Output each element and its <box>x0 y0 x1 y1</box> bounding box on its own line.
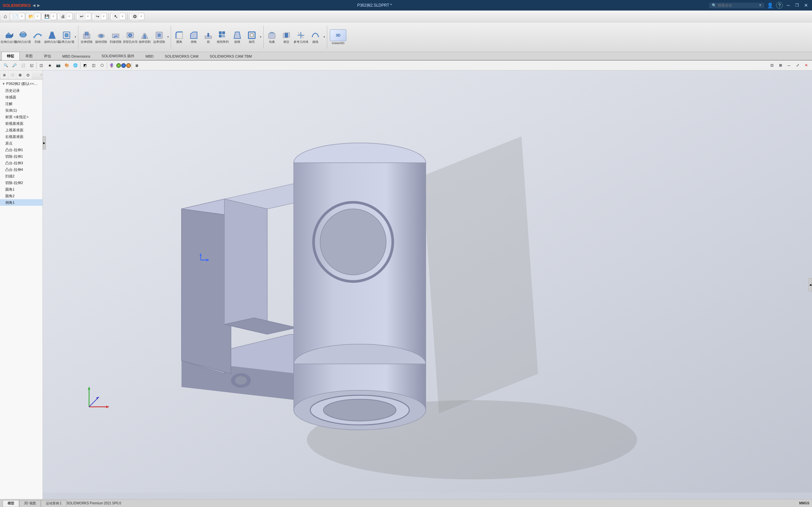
loft-cut-btn[interactable]: 放样切割 <box>138 24 152 50</box>
nav-arrow-right[interactable]: ▶ <box>37 3 40 8</box>
boss-more-btn[interactable]: ▼ <box>74 24 77 50</box>
minimize-viewport-btn[interactable]: ─ <box>785 62 793 69</box>
revolve-cut-btn[interactable]: 旋转切除 <box>94 24 108 50</box>
sweep-boss-btn[interactable]: 扫描 <box>30 24 45 50</box>
undo-btn[interactable]: ↩ <box>78 13 86 20</box>
color-orange[interactable] <box>126 63 131 68</box>
user-icon[interactable]: 👤 <box>767 2 773 9</box>
linear-pattern-btn[interactable]: 线性阵列 <box>215 24 230 50</box>
ft-item-solid-bodies[interactable]: 实体(1) <box>0 107 43 114</box>
close-window-btn[interactable]: ✕ <box>802 62 810 69</box>
property-manager-btn[interactable]: ⬜ <box>9 71 16 79</box>
rib-btn[interactable]: 筋 <box>201 24 215 50</box>
redo-dropdown[interactable]: ▼ <box>102 14 105 18</box>
intersect-btn[interactable]: 相交 <box>279 24 294 50</box>
ft-item-boss-extrude3[interactable]: 凸台-拉伸3 <box>0 160 43 166</box>
chamfer-btn[interactable]: 倒角 <box>187 24 201 50</box>
scene-btn[interactable]: 🌐 <box>71 62 80 69</box>
restore-viewport-btn[interactable]: ⊡ <box>768 62 776 69</box>
status-tab-model[interactable]: 模型 <box>3 500 19 507</box>
section-view-btn[interactable]: ◈ <box>46 62 54 69</box>
loft-boss-btn[interactable]: 放样凸台/基体 <box>45 24 59 50</box>
undo-dropdown[interactable]: ▼ <box>86 14 90 18</box>
ft-item-fillet2[interactable]: 圆角2 <box>0 192 43 199</box>
restore-btn[interactable]: ❐ <box>794 3 800 8</box>
display-style-btn[interactable]: ◫ <box>37 62 45 69</box>
tab-solidworks-cam-tbm[interactable]: SOLIDWORKS CAM TBM <box>204 52 257 60</box>
tab-features[interactable]: 特征 <box>1 52 20 60</box>
ft-item-boss-extrude1[interactable]: 凸台-拉伸1 <box>0 147 43 153</box>
fillet-btn[interactable]: 圆角 <box>172 24 187 50</box>
config-manager-btn[interactable]: ⊕ <box>16 71 24 79</box>
view-orientation-btn[interactable]: ⬜ <box>19 62 27 69</box>
extrude-cut-btn[interactable]: 拉伸切除 <box>80 24 94 50</box>
search-dropdown-icon[interactable]: ▼ <box>759 4 762 7</box>
tab-solidworks-cam[interactable]: SOLIDWORKS CAM <box>159 52 204 60</box>
tab-solidworks-addins[interactable]: SOLIDWORKS 插件 <box>96 52 140 60</box>
zoom-in-btn[interactable]: 🔎 <box>10 62 18 69</box>
feature-manager-btn[interactable]: ≡ <box>1 71 8 79</box>
search-box[interactable]: 🔍 ▼ <box>709 3 764 8</box>
ft-item-chamfer1[interactable]: 倒角1 <box>0 199 43 206</box>
ft-item-front-plane[interactable]: 前视基准面 <box>0 120 43 127</box>
wireframe-btn[interactable]: ⬡ <box>98 62 106 69</box>
cut-more-btn[interactable]: ▼ <box>166 24 170 50</box>
ft-item-sensors[interactable]: 传感器 <box>0 94 43 100</box>
realview-btn[interactable]: 🖥 <box>133 62 140 69</box>
appearance-btn[interactable]: 🎨 <box>63 62 71 69</box>
options-dropdown[interactable]: ▼ <box>139 14 143 18</box>
camera-btn[interactable]: 📷 <box>54 62 62 69</box>
select-btn[interactable]: ↖ <box>112 13 120 20</box>
new-dropdown[interactable]: ▼ <box>20 14 23 18</box>
left-panel-collapse-btn[interactable]: ▶ <box>43 136 46 150</box>
print-dropdown[interactable]: ▼ <box>67 14 71 18</box>
hidden-lines-btn[interactable]: ◫ <box>90 62 98 69</box>
nav-arrow-left[interactable]: ◀ <box>33 3 35 8</box>
ft-item-top-plane[interactable]: 上视基准面 <box>0 127 43 133</box>
curves-btn[interactable]: 曲线 <box>308 24 323 50</box>
sweep-cut-btn[interactable]: 扫描切除 <box>108 24 123 50</box>
viewport[interactable]: ◀ <box>43 70 812 499</box>
tab-mbd[interactable]: MBD <box>140 52 159 60</box>
ft-item-sweep2[interactable]: 扫描2 <box>0 173 43 179</box>
features-more-btn[interactable]: ▼ <box>259 24 262 50</box>
open-file-btn[interactable]: 📂 <box>28 13 35 20</box>
print-btn[interactable]: 🖨 <box>59 13 67 20</box>
edit-appearance-btn[interactable]: 🔮 <box>108 62 116 69</box>
ft-item-history[interactable]: 历史记录 <box>0 87 43 94</box>
status-tab-3dview[interactable]: 3D 视图 <box>19 500 41 507</box>
home-btn[interactable]: ⌂ <box>1 13 9 20</box>
previous-view-btn[interactable]: ◱ <box>28 62 36 69</box>
maximize-viewport-btn[interactable]: ⊞ <box>776 62 784 69</box>
boundary-cut-btn[interactable]: 边界切除 <box>152 24 166 50</box>
ft-item-origin[interactable]: 原点 <box>0 140 43 147</box>
tab-sketch[interactable]: 草图 <box>20 52 38 60</box>
shaded-edges-btn[interactable]: ◩ <box>81 62 89 69</box>
shell-btn[interactable]: 抽壳 <box>245 24 259 50</box>
ft-item-cut-extrude2[interactable]: 切除-拉伸2 <box>0 179 43 186</box>
favorites-btn[interactable]: ⊙ <box>24 71 32 79</box>
ft-item-annotations[interactable]: 注解 <box>0 100 43 107</box>
ft-item-cut-extrude1[interactable]: 切除-拉伸1 <box>0 153 43 160</box>
options-btn[interactable]: ⚙ <box>131 13 139 20</box>
tab-mbd-dimensions[interactable]: MBD Dimensions <box>57 52 96 60</box>
select-dropdown[interactable]: ▼ <box>120 14 124 18</box>
hole-wizard-btn[interactable]: 异型孔向导 <box>123 24 138 50</box>
ft-item-right-plane[interactable]: 右视基准面 <box>0 133 43 140</box>
extrude-boss-btn[interactable]: 拉伸凸台/基体 <box>1 24 16 50</box>
ref-geometry-btn[interactable]: 参考几何体 <box>294 24 308 50</box>
ft-item-fillet1[interactable]: 圆角1 <box>0 186 43 192</box>
open-dropdown[interactable]: ▼ <box>36 14 39 18</box>
search-input[interactable] <box>718 3 757 7</box>
color-blue[interactable] <box>121 63 126 68</box>
ft-item-boss-extrude4[interactable]: 凸台-拉伸4 <box>0 166 43 173</box>
ft-item-material[interactable]: 材质 <未指定> <box>0 114 43 120</box>
redo-btn[interactable]: ↪ <box>94 13 101 20</box>
ft-item-root[interactable]: ▼ P362例2 (默认<<默认>_显示状态-1 <box>0 80 43 87</box>
color-green[interactable] <box>116 63 121 68</box>
restore-window-btn[interactable]: ⤢ <box>794 62 802 69</box>
minimize-btn[interactable]: ─ <box>785 3 791 8</box>
zoom-to-fit-btn[interactable]: 🔍 <box>2 62 10 69</box>
utility-more-btn[interactable]: ▼ <box>323 24 326 50</box>
tab-evaluate[interactable]: 评估 <box>38 52 57 60</box>
